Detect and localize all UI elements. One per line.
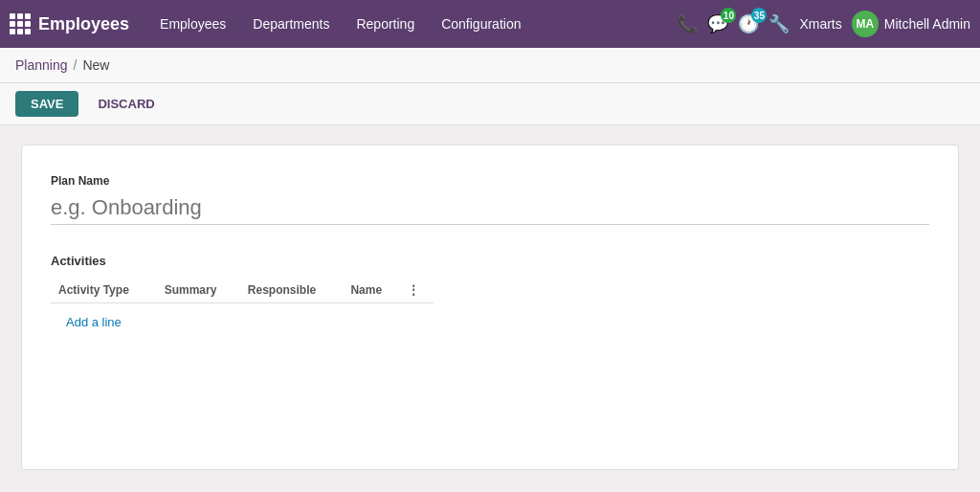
col-activity-type: Activity Type [51, 278, 157, 303]
discard-button[interactable]: DISCARD [86, 91, 166, 117]
wrench-icon[interactable]: 🔧 [768, 13, 790, 34]
timer-badge: 35 [751, 8, 767, 23]
grid-icon[interactable] [10, 13, 31, 34]
plan-name-input[interactable] [51, 191, 929, 225]
nav-item-configuration[interactable]: Configuration [430, 11, 532, 37]
activities-table: Activity Type Summary Responsible Name ⋮… [51, 278, 434, 341]
breadcrumb-separator: / [74, 57, 78, 73]
col-responsible: Responsible [240, 278, 344, 303]
form-card: Plan Name Activities Activity Type Summa… [21, 145, 959, 470]
nav-item-employees[interactable]: Employees [148, 11, 237, 37]
breadcrumb-parent[interactable]: Planning [15, 57, 68, 73]
nav-item-reporting[interactable]: Reporting [345, 11, 426, 37]
main-content: Plan Name Activities Activity Type Summa… [0, 125, 980, 489]
col-options-icon[interactable]: ⋮ [400, 278, 434, 303]
user-menu[interactable]: MA Mitchell Admin [852, 11, 970, 37]
table-header-row: Activity Type Summary Responsible Name ⋮ [51, 278, 434, 303]
breadcrumb-current: New [82, 57, 109, 73]
nav-item-departments[interactable]: Departments [241, 11, 341, 37]
breadcrumb: Planning / New [0, 48, 980, 83]
nav-menu: Employees Departments Reporting Configur… [148, 11, 677, 37]
chat-badge: 10 [721, 8, 736, 23]
brand-title: Employees [38, 14, 129, 34]
user-avatar: MA [852, 11, 879, 37]
add-line-button[interactable]: Add a line [58, 309, 129, 335]
activities-label: Activities [51, 254, 929, 268]
nav-right: 📞 💬 10 🕐 35 🔧 Xmarts MA Mitchell Admin [677, 11, 970, 37]
timer-icon[interactable]: 🕐 35 [738, 13, 759, 34]
plan-name-label: Plan Name [51, 174, 929, 188]
user-name: Mitchell Admin [884, 16, 970, 32]
plan-name-field: Plan Name [51, 174, 929, 225]
chat-icon[interactable]: 💬 10 [707, 13, 728, 34]
col-summary: Summary [157, 278, 240, 303]
col-name: Name [343, 278, 400, 303]
xmarts-label[interactable]: Xmarts [799, 16, 841, 32]
add-line-row: Add a line [51, 303, 434, 342]
brand[interactable]: Employees [10, 13, 129, 34]
save-button[interactable]: SAVE [15, 91, 78, 117]
action-bar: SAVE DISCARD [0, 83, 980, 125]
navbar: Employees Employees Departments Reportin… [0, 0, 980, 48]
phone-icon[interactable]: 📞 [677, 13, 698, 34]
